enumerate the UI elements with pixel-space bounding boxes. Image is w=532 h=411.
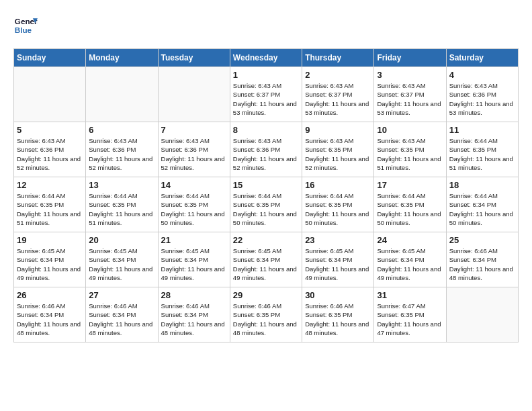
cell-info: Sunrise: 6:43 AMSunset: 6:37 PMDaylight:…	[233, 81, 299, 117]
day-number: 25	[449, 235, 515, 245]
calendar-cell: 8Sunrise: 6:43 AMSunset: 6:36 PMDaylight…	[230, 122, 302, 177]
cell-info: Sunrise: 6:44 AMSunset: 6:35 PMDaylight:…	[161, 191, 227, 227]
day-number: 19	[17, 235, 83, 245]
day-number: 18	[449, 180, 515, 190]
cell-info: Sunrise: 6:44 AMSunset: 6:35 PMDaylight:…	[233, 191, 299, 227]
day-number: 28	[161, 290, 227, 300]
day-number: 5	[17, 125, 83, 135]
calendar-cell: 12Sunrise: 6:44 AMSunset: 6:35 PMDayligh…	[14, 177, 86, 232]
day-number: 23	[305, 235, 371, 245]
cell-info: Sunrise: 6:43 AMSunset: 6:37 PMDaylight:…	[305, 81, 371, 117]
day-number: 13	[89, 180, 154, 190]
calendar-cell: 14Sunrise: 6:44 AMSunset: 6:35 PMDayligh…	[158, 177, 230, 232]
cell-info: Sunrise: 6:45 AMSunset: 6:34 PMDaylight:…	[233, 246, 299, 282]
cell-info: Sunrise: 6:43 AMSunset: 6:37 PMDaylight:…	[377, 81, 443, 117]
day-number: 2	[305, 70, 371, 80]
calendar-cell: 22Sunrise: 6:45 AMSunset: 6:34 PMDayligh…	[230, 232, 302, 287]
cell-info: Sunrise: 6:45 AMSunset: 6:34 PMDaylight:…	[89, 246, 154, 282]
cell-info: Sunrise: 6:46 AMSunset: 6:35 PMDaylight:…	[305, 302, 371, 337]
day-number: 30	[305, 290, 371, 300]
calendar-cell: 13Sunrise: 6:44 AMSunset: 6:35 PMDayligh…	[86, 177, 158, 232]
cell-info: Sunrise: 6:46 AMSunset: 6:35 PMDaylight:…	[233, 302, 299, 337]
day-number: 6	[89, 125, 154, 135]
calendar-week-row: 1Sunrise: 6:43 AMSunset: 6:37 PMDaylight…	[14, 67, 519, 122]
calendar-cell: 21Sunrise: 6:45 AMSunset: 6:34 PMDayligh…	[158, 232, 230, 287]
day-of-week-header: Thursday	[302, 49, 374, 67]
calendar-cell: 3Sunrise: 6:43 AMSunset: 6:37 PMDaylight…	[374, 67, 446, 122]
calendar-week-row: 26Sunrise: 6:46 AMSunset: 6:34 PMDayligh…	[14, 287, 519, 342]
svg-text:Blue: Blue	[15, 26, 32, 34]
cell-info: Sunrise: 6:47 AMSunset: 6:35 PMDaylight:…	[377, 302, 443, 337]
calendar-cell: 16Sunrise: 6:44 AMSunset: 6:35 PMDayligh…	[302, 177, 374, 232]
cell-info: Sunrise: 6:45 AMSunset: 6:34 PMDaylight:…	[17, 246, 83, 282]
calendar-cell: 1Sunrise: 6:43 AMSunset: 6:37 PMDaylight…	[230, 67, 302, 122]
cell-info: Sunrise: 6:43 AMSunset: 6:36 PMDaylight:…	[161, 136, 227, 172]
cell-info: Sunrise: 6:44 AMSunset: 6:35 PMDaylight:…	[17, 191, 83, 227]
calendar-cell: 9Sunrise: 6:43 AMSunset: 6:35 PMDaylight…	[302, 122, 374, 177]
day-number: 29	[233, 290, 299, 300]
day-number: 10	[377, 125, 443, 135]
calendar-cell: 23Sunrise: 6:45 AMSunset: 6:34 PMDayligh…	[302, 232, 374, 287]
calendar-cell: 30Sunrise: 6:46 AMSunset: 6:35 PMDayligh…	[302, 287, 374, 342]
calendar-cell	[86, 67, 158, 122]
cell-info: Sunrise: 6:43 AMSunset: 6:36 PMDaylight:…	[449, 81, 515, 117]
cell-info: Sunrise: 6:45 AMSunset: 6:34 PMDaylight:…	[161, 246, 227, 282]
cell-info: Sunrise: 6:46 AMSunset: 6:34 PMDaylight:…	[89, 302, 154, 337]
calendar-cell: 20Sunrise: 6:45 AMSunset: 6:34 PMDayligh…	[86, 232, 158, 287]
calendar-cell: 24Sunrise: 6:45 AMSunset: 6:34 PMDayligh…	[374, 232, 446, 287]
cell-info: Sunrise: 6:44 AMSunset: 6:35 PMDaylight:…	[377, 191, 443, 227]
day-number: 15	[233, 180, 299, 190]
day-number: 27	[89, 290, 154, 300]
calendar-week-row: 19Sunrise: 6:45 AMSunset: 6:34 PMDayligh…	[14, 232, 519, 287]
day-of-week-header: Sunday	[14, 49, 86, 67]
day-number: 20	[89, 235, 154, 245]
cell-info: Sunrise: 6:44 AMSunset: 6:35 PMDaylight:…	[449, 136, 515, 172]
calendar-cell: 2Sunrise: 6:43 AMSunset: 6:37 PMDaylight…	[302, 67, 374, 122]
cell-info: Sunrise: 6:46 AMSunset: 6:34 PMDaylight:…	[17, 302, 83, 337]
cell-info: Sunrise: 6:43 AMSunset: 6:36 PMDaylight:…	[89, 136, 154, 172]
calendar-cell: 11Sunrise: 6:44 AMSunset: 6:35 PMDayligh…	[446, 122, 518, 177]
day-number: 12	[17, 180, 83, 190]
day-number: 22	[233, 235, 299, 245]
day-of-week-header: Tuesday	[158, 49, 230, 67]
day-number: 16	[305, 180, 371, 190]
day-number: 17	[377, 180, 443, 190]
calendar-cell: 7Sunrise: 6:43 AMSunset: 6:36 PMDaylight…	[158, 122, 230, 177]
cell-info: Sunrise: 6:45 AMSunset: 6:34 PMDaylight:…	[305, 246, 371, 282]
calendar-cell: 27Sunrise: 6:46 AMSunset: 6:34 PMDayligh…	[86, 287, 158, 342]
day-number: 3	[377, 70, 443, 80]
calendar-cell: 19Sunrise: 6:45 AMSunset: 6:34 PMDayligh…	[14, 232, 86, 287]
day-number: 24	[377, 235, 443, 245]
calendar-cell: 17Sunrise: 6:44 AMSunset: 6:35 PMDayligh…	[374, 177, 446, 232]
cell-info: Sunrise: 6:43 AMSunset: 6:35 PMDaylight:…	[305, 136, 371, 172]
calendar-cell: 6Sunrise: 6:43 AMSunset: 6:36 PMDaylight…	[86, 122, 158, 177]
calendar-cell	[446, 287, 518, 342]
cell-info: Sunrise: 6:44 AMSunset: 6:34 PMDaylight:…	[449, 191, 515, 227]
day-number: 26	[17, 290, 83, 300]
logo-icon: General Blue	[13, 13, 38, 38]
svg-text:General: General	[15, 17, 38, 26]
calendar-week-row: 5Sunrise: 6:43 AMSunset: 6:36 PMDaylight…	[14, 122, 519, 177]
day-number: 21	[161, 235, 227, 245]
page-header: General Blue	[13, 13, 519, 38]
cell-info: Sunrise: 6:43 AMSunset: 6:35 PMDaylight:…	[377, 136, 443, 172]
day-of-week-header: Wednesday	[230, 49, 302, 67]
cell-info: Sunrise: 6:43 AMSunset: 6:36 PMDaylight:…	[17, 136, 83, 172]
cell-info: Sunrise: 6:44 AMSunset: 6:35 PMDaylight:…	[89, 191, 154, 227]
day-number: 4	[449, 70, 515, 80]
cell-info: Sunrise: 6:45 AMSunset: 6:34 PMDaylight:…	[377, 246, 443, 282]
calendar-cell: 5Sunrise: 6:43 AMSunset: 6:36 PMDaylight…	[14, 122, 86, 177]
cell-info: Sunrise: 6:46 AMSunset: 6:34 PMDaylight:…	[161, 302, 227, 337]
calendar-cell: 18Sunrise: 6:44 AMSunset: 6:34 PMDayligh…	[446, 177, 518, 232]
day-number: 31	[377, 290, 443, 300]
calendar-cell	[14, 67, 86, 122]
day-number: 7	[161, 125, 227, 135]
calendar-cell: 28Sunrise: 6:46 AMSunset: 6:34 PMDayligh…	[158, 287, 230, 342]
calendar-cell: 15Sunrise: 6:44 AMSunset: 6:35 PMDayligh…	[230, 177, 302, 232]
day-number: 9	[305, 125, 371, 135]
cell-info: Sunrise: 6:43 AMSunset: 6:36 PMDaylight:…	[233, 136, 299, 172]
calendar-cell: 4Sunrise: 6:43 AMSunset: 6:36 PMDaylight…	[446, 67, 518, 122]
day-of-week-header: Monday	[86, 49, 158, 67]
cell-info: Sunrise: 6:46 AMSunset: 6:34 PMDaylight:…	[449, 246, 515, 282]
day-number: 1	[233, 70, 299, 80]
